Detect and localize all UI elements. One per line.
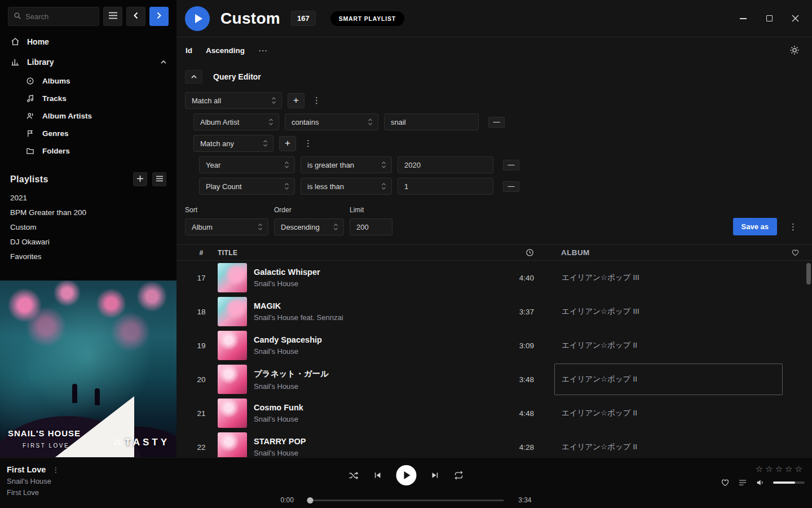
track-album[interactable]: エイリアン☆ポップ II xyxy=(554,397,783,429)
sidebar-item-tracks[interactable]: Tracks xyxy=(0,90,176,107)
queue-button[interactable] xyxy=(738,478,747,487)
minimize-button[interactable] xyxy=(739,14,748,23)
table-row[interactable]: 21Cosmo FunkSnail's House4:48エイリアン☆ポップ I… xyxy=(176,396,812,430)
column-favorite[interactable] xyxy=(783,248,800,257)
volume-slider[interactable] xyxy=(773,481,805,484)
rule-value-input[interactable] xyxy=(398,156,493,173)
seek-bar-handle[interactable] xyxy=(307,497,314,503)
select-caret-icon xyxy=(284,182,289,190)
collapse-query-editor-button[interactable] xyxy=(185,70,202,84)
shuffle-icon xyxy=(348,470,359,481)
order-label: Order xyxy=(274,206,344,214)
column-duration[interactable] xyxy=(500,248,534,257)
tracklist-scrollbar[interactable] xyxy=(806,263,811,284)
repeat-button[interactable] xyxy=(454,470,464,480)
add-playlist-button[interactable] xyxy=(133,172,147,186)
more-options-button[interactable]: ⋯ xyxy=(258,45,268,56)
now-playing-cover[interactable]: SNAIL'S HOUSE FIRST LOVE TASTY xyxy=(0,281,176,457)
order-select[interactable]: Descending xyxy=(274,218,344,235)
nav-back-button[interactable] xyxy=(126,7,145,26)
playlist-item[interactable]: Custom xyxy=(0,220,176,235)
next-track-button[interactable] xyxy=(431,471,440,480)
query-options-button[interactable]: ⋮ xyxy=(787,222,800,232)
track-album[interactable]: エイリアン☆ポップ II xyxy=(554,330,783,361)
playlists-header: Playlists xyxy=(0,160,176,191)
sidebar-item-albums[interactable]: Albums xyxy=(0,72,176,90)
playlist-list-view-button[interactable] xyxy=(152,172,166,186)
rule-value-input[interactable] xyxy=(384,113,479,130)
maximize-button[interactable] xyxy=(765,14,774,23)
chevron-up-icon[interactable] xyxy=(161,60,166,64)
sidebar-item-album-artists[interactable]: Album Artists xyxy=(0,107,176,125)
sidebar-item-library[interactable]: Library xyxy=(0,52,176,72)
rule-value-input[interactable] xyxy=(398,178,493,195)
rule-field-select[interactable]: Play Count xyxy=(199,178,295,195)
track-album[interactable]: エイリアン☆ポップ II xyxy=(554,431,783,457)
track-number: 18 xyxy=(185,308,218,316)
close-button[interactable] xyxy=(791,14,800,23)
column-title[interactable]: TITLE xyxy=(218,249,500,257)
playlist-item[interactable]: DJ Okawari xyxy=(0,235,176,249)
next-icon xyxy=(431,471,440,480)
sort-select[interactable]: Album xyxy=(185,218,268,235)
nav-forward-button[interactable] xyxy=(149,7,169,26)
limit-input[interactable] xyxy=(350,218,392,235)
settings-button[interactable] xyxy=(789,45,800,55)
track-artist: Snail's House xyxy=(254,382,500,391)
group-options-button[interactable]: ⋮ xyxy=(302,138,315,148)
remove-rule-button[interactable]: — xyxy=(488,117,505,128)
column-number[interactable]: # xyxy=(185,249,218,257)
add-rule-button[interactable]: + xyxy=(288,93,304,108)
sort-order-limit-row: Sort Album Order Descending Limit Sav xyxy=(185,206,800,235)
track-album[interactable]: エイリアン☆ポップ III xyxy=(554,296,783,327)
sidebar-item-genres[interactable]: Genres xyxy=(0,125,176,142)
rule-field-select[interactable]: Album Artist xyxy=(193,113,279,130)
rule-field-select[interactable]: Year xyxy=(199,156,295,173)
column-album[interactable]: ALBUM xyxy=(554,248,783,257)
group-options-button[interactable]: ⋮ xyxy=(310,95,323,106)
sidebar-item-label: Genres xyxy=(42,129,69,138)
total-time: 3:34 xyxy=(513,496,532,504)
table-row[interactable]: 18MAGIKSnail's House feat. Sennzai3:37エイ… xyxy=(176,295,812,329)
table-row[interactable]: 19Candy SpaceshipSnail's House3:09エイリアン☆… xyxy=(176,329,812,362)
remove-rule-button[interactable]: — xyxy=(503,181,519,192)
track-title: プラネット・ガール xyxy=(254,369,500,379)
previous-track-button[interactable] xyxy=(373,471,382,480)
shuffle-button[interactable] xyxy=(348,470,359,481)
table-row[interactable]: 17Galactic WhisperSnail's House4:40エイリアン… xyxy=(176,261,812,295)
seek-bar[interactable] xyxy=(308,500,504,501)
limit-label: Limit xyxy=(350,206,392,214)
playlist-item[interactable]: Favorites xyxy=(0,249,176,264)
track-album[interactable]: エイリアン☆ポップ III xyxy=(554,262,783,294)
save-as-button[interactable]: Save as xyxy=(733,218,777,235)
add-rule-button[interactable]: + xyxy=(279,136,296,151)
search-input[interactable] xyxy=(25,12,94,21)
album-art-thumbnail xyxy=(218,365,247,394)
sidebar-item-home[interactable]: Home xyxy=(0,32,176,52)
sort-field-button[interactable]: Id xyxy=(186,46,192,55)
table-row[interactable]: 20プラネット・ガールSnail's House3:48エイリアン☆ポップ II xyxy=(176,362,812,396)
rule-operator-select[interactable]: is less than xyxy=(301,178,392,195)
menu-button[interactable] xyxy=(103,7,122,26)
playlist-item[interactable]: BPM Greater than 200 xyxy=(0,205,176,220)
remove-rule-button[interactable]: — xyxy=(503,160,519,170)
rule-operator-select[interactable]: is greater than xyxy=(301,156,392,173)
sidebar-item-folders[interactable]: Folders xyxy=(0,142,176,160)
table-row[interactable]: 22STARRY POPSnail's House4:28エイリアン☆ポップ I… xyxy=(176,430,812,457)
playlist-item[interactable]: 2021 xyxy=(0,191,176,205)
search-box[interactable] xyxy=(8,7,99,26)
track-table: # TITLE ALBUM 17Galactic WhisperSnail's … xyxy=(176,244,812,457)
now-playing-menu-button[interactable]: ⋮ xyxy=(52,466,59,474)
track-album[interactable]: エイリアン☆ポップ II xyxy=(554,364,783,395)
rating-stars[interactable]: ☆☆☆☆☆ xyxy=(756,465,805,473)
play-playlist-button[interactable] xyxy=(185,6,210,31)
play-pause-button[interactable] xyxy=(396,465,417,485)
favorite-button[interactable] xyxy=(721,478,730,487)
sort-direction-button[interactable]: Ascending xyxy=(206,46,245,55)
match-mode-select[interactable]: Match all xyxy=(185,92,282,109)
track-table-header: # TITLE ALBUM xyxy=(176,245,812,261)
match-mode-select[interactable]: Match any xyxy=(193,135,273,152)
track-rows: 17Galactic WhisperSnail's House4:40エイリアン… xyxy=(176,261,812,457)
rule-operator-select[interactable]: contains xyxy=(285,113,378,130)
volume-button[interactable] xyxy=(756,478,765,487)
